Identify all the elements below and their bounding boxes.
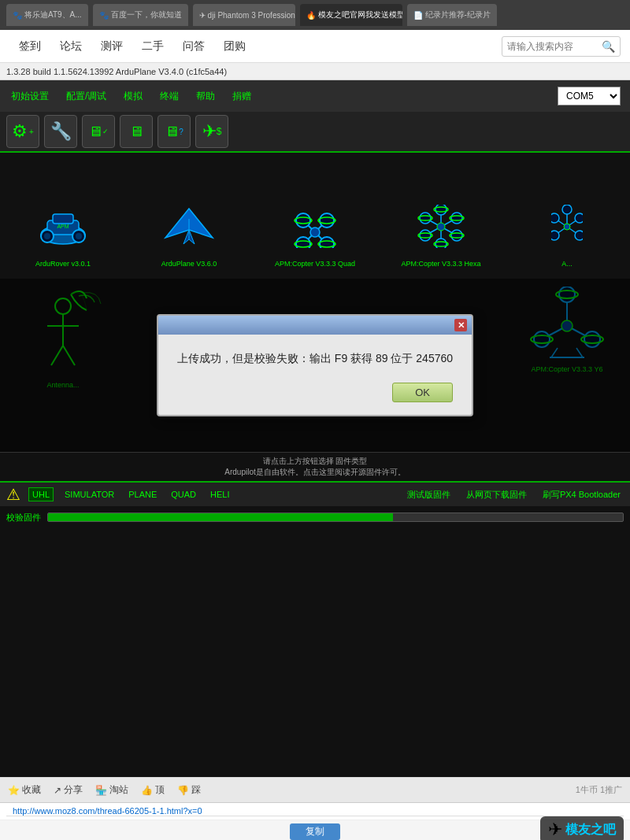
mp-menu-donate[interactable]: 捐赠 bbox=[224, 87, 259, 106]
nav-forum[interactable]: 论坛 bbox=[50, 30, 91, 62]
dialog-message: 上传成功，但是校验失败：输出 F9 获得 89 位于 245760 bbox=[177, 350, 453, 367]
progress-fill bbox=[48, 513, 393, 521]
bottom-plane[interactable]: PLANE bbox=[125, 488, 160, 501]
icon-btn-setup[interactable]: ⚙ + bbox=[6, 115, 39, 148]
mp-toolbar: 初始设置 配置/调试 模拟 终端 帮助 捐赠 COM5 bbox=[0, 80, 630, 112]
search-icon[interactable]: 🔍 bbox=[602, 40, 615, 53]
dialog-box: ✕ 上传成功，但是校验失败：输出 F9 获得 89 位于 245760 OK bbox=[157, 314, 473, 416]
mp-menu-terminal[interactable]: 终端 bbox=[152, 87, 187, 106]
plane-label: ArduPlane V3.6.0 bbox=[161, 260, 217, 268]
main-content-area: APM ArduRover v3.0.1 ArduPlane V3.6.0 bbox=[0, 153, 630, 777]
mp-menu-help[interactable]: 帮助 bbox=[188, 87, 223, 106]
svg-point-51 bbox=[564, 224, 570, 230]
footer-share-btn[interactable]: ↗ 分享 bbox=[54, 783, 83, 797]
icon-btn-sim[interactable]: 🖥 ✓ bbox=[82, 115, 115, 148]
mp-menu-config[interactable]: 配置/调试 bbox=[58, 87, 114, 106]
page-footer: ⭐ 收藏 ↗ 分享 🏪 淘站 👍 顶 👎 踩 1牛币 1推广 bbox=[0, 777, 630, 840]
dialog-body: 上传成功，但是校验失败：输出 F9 获得 89 位于 245760 OK bbox=[158, 335, 472, 415]
footer-shop-btn[interactable]: 🏪 淘站 bbox=[95, 783, 128, 797]
svg-point-28 bbox=[435, 205, 447, 215]
downvote-icon: 👎 bbox=[177, 785, 189, 796]
browser-chrome: 🐾 将乐迪AT9、A... 🐾 百度一下，你就知道 ✈ dji Phantom … bbox=[0, 0, 630, 30]
svg-text:APM: APM bbox=[57, 224, 69, 229]
setup-icon: ⚙ bbox=[12, 121, 28, 142]
svg-point-30 bbox=[451, 230, 462, 241]
svg-point-33 bbox=[420, 213, 431, 224]
download-firmware-btn[interactable]: 从网页下载固件 bbox=[463, 487, 530, 502]
dialog-titlebar: ✕ bbox=[158, 316, 472, 335]
bookmark-icon: ⭐ bbox=[8, 785, 20, 796]
footer-downvote-btn[interactable]: 👎 踩 bbox=[177, 783, 201, 797]
svg-point-46 bbox=[562, 205, 572, 214]
mp-menu-simulation[interactable]: 模拟 bbox=[116, 87, 150, 106]
firmware-plane[interactable]: ArduPlane V3.6.0 bbox=[126, 202, 252, 271]
progress-bar bbox=[47, 513, 624, 522]
firmware-grid: APM ArduRover v3.0.1 ArduPlane V3.6.0 bbox=[0, 153, 630, 279]
plane-icon bbox=[161, 205, 217, 257]
firmware-rover[interactable]: APM ArduRover v3.0.1 bbox=[0, 202, 126, 271]
footer-bookmark-btn[interactable]: ⭐ 收藏 bbox=[8, 783, 41, 797]
tab-5[interactable]: 📄 纪录片推荐-纪录片 bbox=[407, 4, 497, 26]
tab-1[interactable]: 🐾 将乐迪AT9、A... bbox=[6, 4, 88, 26]
dialog-ok-button[interactable]: OK bbox=[392, 383, 453, 402]
svg-point-17 bbox=[310, 228, 320, 237]
firmware-quad[interactable]: APM:Copter V3.3.3 Quad bbox=[252, 202, 378, 271]
nav-secondhand[interactable]: 二手 bbox=[132, 30, 173, 62]
icon-btn-config[interactable]: 🔧 bbox=[44, 115, 77, 148]
full-page: 🐾 将乐迪AT9、A... 🐾 百度一下，你就知道 ✈ dji Phantom … bbox=[0, 0, 630, 840]
nav-signin[interactable]: 签到 bbox=[9, 30, 50, 62]
bottom-uhl[interactable]: UHL bbox=[28, 487, 54, 501]
version-text: 1.3.28 build 1.1.5624.13992 ArduPlane V3… bbox=[6, 67, 227, 76]
watermark-text: 模友之吧 bbox=[565, 822, 616, 838]
icon-btn-help[interactable]: 🖥 ? bbox=[158, 115, 191, 148]
footer-toolbar: ⭐ 收藏 ↗ 分享 🏪 淘站 👍 顶 👎 踩 1牛币 1推广 bbox=[0, 778, 630, 803]
bottom-heli[interactable]: HELI bbox=[207, 488, 232, 501]
bottom-quad[interactable]: QUAD bbox=[168, 488, 199, 501]
search-input[interactable] bbox=[507, 41, 602, 52]
svg-point-47 bbox=[575, 213, 583, 223]
test-firmware-btn[interactable]: 测试版固件 bbox=[404, 487, 454, 502]
quad-icon bbox=[287, 205, 343, 257]
svg-point-40 bbox=[437, 223, 445, 231]
mp-icons-row: ⚙ + 🔧 🖥 ✓ 🖥 🖥 ? ✈ $ bbox=[0, 112, 630, 153]
nav-qa[interactable]: 问答 bbox=[173, 30, 214, 62]
bottom-simulator[interactable]: SIMULATOR bbox=[61, 488, 117, 501]
nav-groupbuy[interactable]: 团购 bbox=[214, 30, 255, 62]
mp-menu-initial-setup[interactable]: 初始设置 bbox=[3, 87, 57, 106]
extra-icon bbox=[551, 205, 583, 257]
mp-bottom-bar: ⚠ UHL SIMULATOR PLANE QUAD HELI 测试版固件 从网… bbox=[0, 481, 630, 506]
version-bar: 1.3.28 build 1.1.5624.13992 ArduPlane V3… bbox=[0, 63, 630, 80]
info-text-line2: Ardupilot是自由软件。点击这里阅读开源固件许可。 bbox=[8, 467, 622, 478]
donate-icon: ✈ bbox=[202, 121, 217, 142]
dialog-buttons: OK bbox=[177, 383, 453, 402]
svg-point-49 bbox=[551, 213, 559, 223]
svg-point-48 bbox=[575, 231, 583, 240]
icon-btn-terminal[interactable]: 🖥 bbox=[120, 115, 153, 148]
info-text-line1: 请点击上方按钮选择 固件类型 bbox=[8, 456, 622, 467]
svg-point-50 bbox=[551, 231, 559, 240]
url-text: http://www.moz8.com/thread-66205-1-1.htm… bbox=[13, 806, 202, 816]
quad-label: APM:Copter V3.3.3 Quad bbox=[275, 260, 355, 268]
icon-btn-donate[interactable]: ✈ $ bbox=[195, 115, 228, 148]
config-icon: 🔧 bbox=[50, 121, 72, 142]
firmware-hexa[interactable]: APM:Copter V3.3.3 Hexa bbox=[378, 202, 504, 271]
tab-2[interactable]: 🐾 百度一下，你就知道 bbox=[93, 4, 188, 26]
flash-px4-btn[interactable]: 刷写PX4 Bootloader bbox=[539, 487, 624, 502]
warning-icon: ⚠ bbox=[6, 485, 20, 504]
nav-review[interactable]: 测评 bbox=[91, 30, 132, 62]
svg-point-4 bbox=[44, 233, 50, 239]
forum-navbar: 签到 论坛 测评 二手 问答 团购 🔍 bbox=[0, 30, 630, 63]
tab-4-active[interactable]: 🔥 模友之吧官网我发送模型... bbox=[300, 4, 402, 26]
tab-3[interactable]: ✈ dji Phantom 3 Professional... bbox=[193, 4, 295, 26]
rover-icon: APM bbox=[35, 205, 91, 257]
svg-point-6 bbox=[76, 233, 82, 239]
copy-button[interactable]: 复制 bbox=[290, 823, 340, 840]
upvote-icon: 👍 bbox=[141, 785, 153, 796]
com-port-select[interactable]: COM5 bbox=[558, 87, 621, 105]
footer-upvote-btn[interactable]: 👍 顶 bbox=[141, 783, 165, 797]
dialog-close-button[interactable]: ✕ bbox=[454, 319, 467, 331]
firmware-extra[interactable]: A... bbox=[504, 202, 630, 271]
svg-point-29 bbox=[451, 213, 462, 224]
url-bar: http://www.moz8.com/thread-66205-1-1.htm… bbox=[6, 806, 624, 816]
svg-point-14 bbox=[320, 213, 334, 228]
